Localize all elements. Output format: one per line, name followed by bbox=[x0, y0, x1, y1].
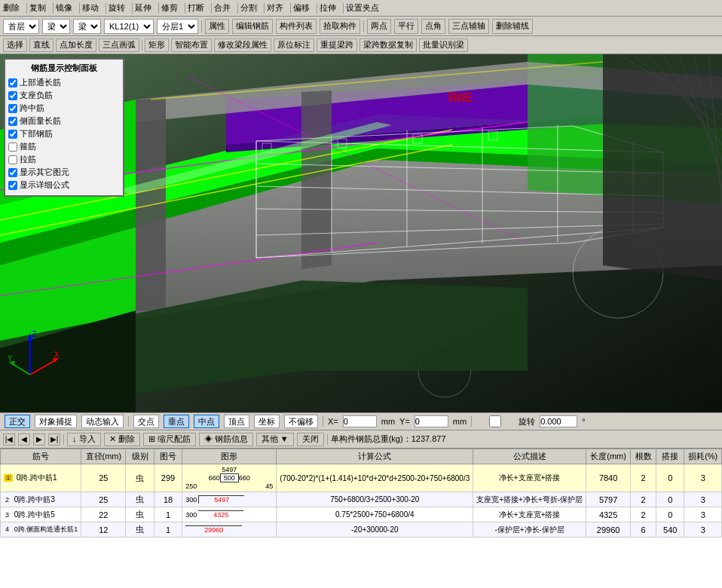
btn-property[interactable]: 属性 bbox=[205, 19, 229, 34]
btn-del-aux[interactable]: 删除辅线 bbox=[492, 19, 533, 34]
btn-delete[interactable]: 删除 bbox=[3, 2, 20, 14]
label-mid-span: 跨中筋 bbox=[20, 103, 44, 114]
snap-intersection[interactable]: 交点 bbox=[133, 415, 159, 428]
btn-pick[interactable]: 拾取构件 bbox=[320, 19, 360, 34]
cell-count: 2 bbox=[631, 464, 656, 492]
svg-text:Z: Z bbox=[32, 330, 36, 338]
panel-item-2: 支座负筋 bbox=[8, 90, 120, 101]
btn-setpoint[interactable]: 设置夹点 bbox=[346, 2, 379, 14]
label-seat-neg: 支座负筋 bbox=[20, 90, 53, 101]
btn-two-pts[interactable]: 两点 bbox=[367, 19, 391, 34]
cb-bottom-steel[interactable] bbox=[8, 130, 17, 139]
btn-scale-cfg[interactable]: ⊞ 缩尺配筋 bbox=[143, 433, 196, 446]
btn-reset-span[interactable]: 重提梁跨 bbox=[317, 38, 357, 52]
btn-rect[interactable]: 矩形 bbox=[145, 38, 169, 52]
nav-next[interactable]: ▶| bbox=[48, 433, 60, 446]
steel-table-container: 筋号 直径(mm) 级别 图号 图形 计算公式 公式描述 长度(mm) 根数 搭… bbox=[0, 449, 722, 588]
btn-smart[interactable]: 智能布置 bbox=[171, 38, 212, 52]
snap-object[interactable]: 对象捕捉 bbox=[35, 415, 77, 428]
nav-play[interactable]: ▶ bbox=[33, 433, 45, 446]
btn-part-list[interactable]: 构件列表 bbox=[276, 19, 317, 34]
btn-close[interactable]: 关闭 bbox=[297, 433, 324, 446]
rotate-input[interactable] bbox=[540, 415, 577, 427]
btn-modify-prop[interactable]: 修改梁段属性 bbox=[214, 38, 271, 52]
btn-extend[interactable]: 延伸 bbox=[135, 2, 151, 14]
code-select[interactable]: KL12(1) bbox=[104, 19, 154, 34]
status-bar: 正交 对象捕捉 动态输入 交点 垂点 中点 顶点 坐标 不偏移 X= mm Y=… bbox=[0, 412, 722, 430]
cb-mid-span[interactable] bbox=[8, 104, 17, 113]
snap-perp[interactable]: 垂点 bbox=[164, 415, 189, 428]
snap-midpoint[interactable]: 中点 bbox=[194, 415, 219, 428]
steel-panel-title: 钢筋显示控制面板 bbox=[8, 63, 120, 74]
x-label: X= bbox=[328, 417, 338, 426]
panel-item-5: 下部钢筋 bbox=[8, 128, 120, 139]
section-select[interactable]: 分层1 bbox=[157, 19, 198, 34]
svg-line-54 bbox=[11, 363, 30, 375]
cell-shapeno: 1 bbox=[154, 522, 182, 537]
btn-merge[interactable]: 合并 bbox=[214, 2, 231, 14]
cb-side-long[interactable] bbox=[8, 117, 17, 126]
type2-select[interactable]: 梁 bbox=[73, 19, 101, 34]
btn-point-angle[interactable]: 点角 bbox=[421, 19, 445, 34]
layer-select[interactable]: 首层 bbox=[3, 19, 39, 34]
cell-length: 4325 bbox=[586, 507, 631, 522]
cell-formula: -20+30000-20 bbox=[277, 522, 473, 537]
btn-edit-steel[interactable]: 编辑钢筋 bbox=[232, 19, 273, 34]
th-shape: 图形 bbox=[182, 449, 277, 464]
table-toolbar: |◀ ◀ ▶ ▶| ↓ 导入 ✕ 删除 ⊞ 缩尺配筋 ◈ 钢筋信息 其他 ▼ 关… bbox=[0, 430, 722, 449]
viewport-3d[interactable]: 钢筋显示控制面板 上部通长筋 支座负筋 跨中筋 侧面量长筋 下部钢筋 箍筋 拉筋 bbox=[0, 54, 722, 412]
btn-copy[interactable]: 复制 bbox=[29, 2, 46, 14]
table-row: 4 0跨.侧面构造通长筋1 12 虫 1 29960 -20+30000-20 … bbox=[1, 522, 722, 537]
btn-rotate[interactable]: 旋转 bbox=[109, 2, 125, 14]
btn-mirror[interactable]: 镜像 bbox=[56, 2, 72, 14]
rotate-checkbox[interactable] bbox=[476, 415, 514, 427]
btn-batch-id[interactable]: 批量识别梁 bbox=[419, 38, 468, 52]
btn-steel-info[interactable]: ◈ 钢筋信息 bbox=[199, 433, 253, 446]
th-id: 筋号 bbox=[1, 449, 81, 464]
cb-stirrup[interactable] bbox=[8, 142, 17, 152]
cell-diameter: 22 bbox=[81, 507, 126, 522]
label-bottom-steel: 下部钢筋 bbox=[20, 128, 53, 139]
cell-shapeno: 299 bbox=[154, 464, 182, 492]
snap-dynamic[interactable]: 动态输入 bbox=[81, 415, 124, 428]
btn-offset[interactable]: 偏移 bbox=[293, 2, 310, 14]
snap-vertex[interactable]: 顶点 bbox=[224, 415, 249, 428]
btn-import[interactable]: ↓ 导入 bbox=[67, 433, 101, 446]
btn-move[interactable]: 移动 bbox=[82, 2, 99, 14]
btn-three-arc[interactable]: 三点画弧 bbox=[99, 38, 139, 52]
cell-grade: 虫 bbox=[126, 464, 154, 492]
cell-splice: 540 bbox=[656, 522, 684, 537]
btn-add-len[interactable]: 点加长度 bbox=[56, 38, 96, 52]
cell-loss: 3 bbox=[684, 522, 722, 537]
cell-diameter: 12 bbox=[81, 522, 126, 537]
cb-seat-neg[interactable] bbox=[8, 91, 17, 100]
cell-length: 5797 bbox=[586, 492, 631, 507]
y-input[interactable] bbox=[415, 415, 448, 427]
cb-tie[interactable] bbox=[8, 155, 17, 164]
btn-split[interactable]: 分割 bbox=[240, 2, 257, 14]
btn-origin-mark[interactable]: 原位标注 bbox=[274, 38, 314, 52]
snap-orthogonal[interactable]: 正交 bbox=[5, 415, 30, 428]
x-input[interactable] bbox=[343, 415, 377, 427]
th-count: 根数 bbox=[631, 449, 656, 464]
btn-break[interactable]: 打断 bbox=[188, 2, 204, 14]
snap-coord[interactable]: 坐标 bbox=[254, 415, 280, 428]
btn-select[interactable]: 选择 bbox=[3, 38, 27, 52]
btn-trim[interactable]: 修剪 bbox=[161, 2, 178, 14]
btn-align[interactable]: 对齐 bbox=[267, 2, 283, 14]
btn-parallel[interactable]: 平行 bbox=[394, 19, 418, 34]
cell-shape: 29960 bbox=[182, 522, 277, 537]
cb-top-long[interactable] bbox=[8, 78, 17, 87]
cb-other-elem[interactable] bbox=[8, 168, 17, 177]
btn-copy-data[interactable]: 梁跨数据复制 bbox=[359, 38, 417, 52]
btn-line[interactable]: 直线 bbox=[29, 38, 54, 52]
cb-detail-formula[interactable] bbox=[8, 181, 17, 190]
nav-first[interactable]: |◀ bbox=[3, 433, 15, 446]
btn-delete-row[interactable]: ✕ 删除 bbox=[104, 433, 140, 446]
snap-no-offset[interactable]: 不偏移 bbox=[284, 415, 318, 428]
btn-other[interactable]: 其他 ▼ bbox=[256, 433, 294, 446]
btn-stretch[interactable]: 拉伸 bbox=[320, 2, 336, 14]
type1-select[interactable]: 梁 bbox=[42, 19, 70, 34]
btn-three-axis[interactable]: 三点辅轴 bbox=[448, 19, 489, 34]
nav-prev[interactable]: ◀ bbox=[18, 433, 30, 446]
